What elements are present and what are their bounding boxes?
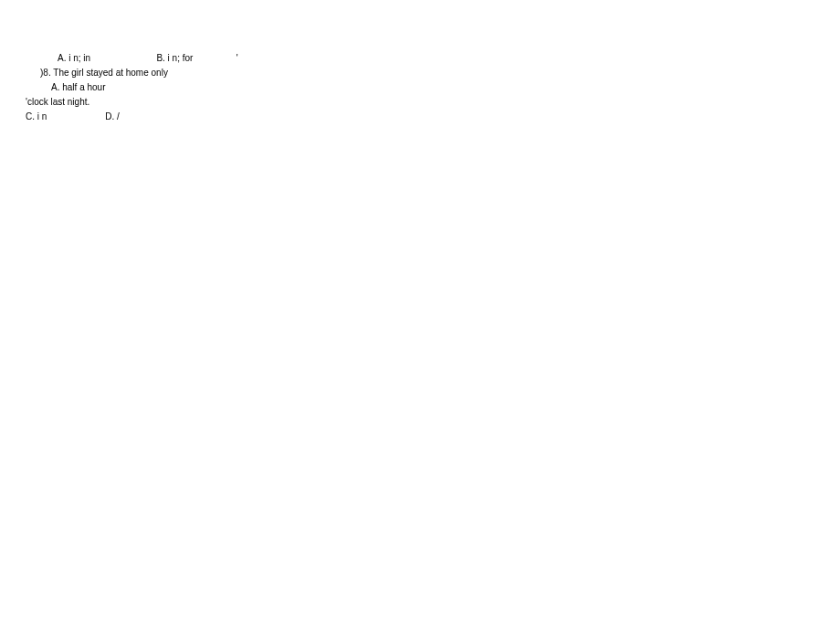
option-a: A. i n; in — [58, 53, 90, 63]
option-a-half-hour: A. half a hour — [0, 80, 840, 95]
apostrophe: ' — [236, 53, 238, 63]
option-b: B. i n; for — [156, 53, 193, 63]
clock-fragment: 'clock last night. — [0, 95, 840, 110]
answer-line-ab: A. i n; in B. i n; for ' — [0, 51, 840, 66]
answer-line-cd: C. i n D. / — [0, 110, 840, 124]
option-c: C. i n — [26, 111, 47, 121]
question-8: )8. The girl stayed at home only — [0, 66, 840, 80]
document-content: A. i n; in B. i n; for ' )8. The girl st… — [0, 51, 840, 124]
option-d: D. / — [105, 111, 120, 121]
